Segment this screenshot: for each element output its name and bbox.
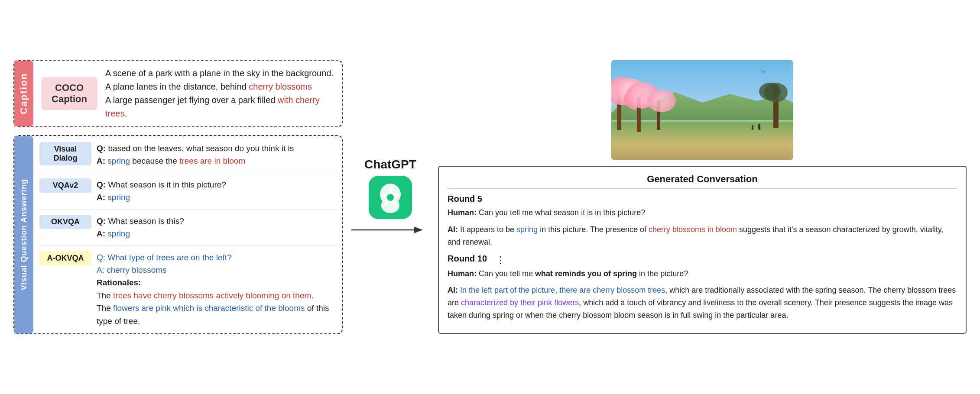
vqa-qa-visual-dialog: Q: based on the leaves, what season do y… xyxy=(97,142,294,168)
image-container: ✈ xyxy=(438,60,967,160)
vqa-side-label: Visual Question Answering xyxy=(14,136,33,333)
vd-q: Q: based on the leaves, what season do y… xyxy=(97,144,294,153)
caption-red2: with cherry trees xyxy=(105,95,320,118)
vqa-badge-okvqa: OKVQA xyxy=(39,215,91,229)
vqa-box: Visual Question Answering VisualDialog Q… xyxy=(13,135,343,334)
caption-box: Caption COCOCaption A scene of a park wi… xyxy=(13,60,343,127)
caption-content: COCOCaption A scene of a park with a pla… xyxy=(33,61,342,126)
vqa-qa-okvqa: Q: What season is this? A: spring xyxy=(97,215,184,240)
caption-text: A scene of a park with a plane in the sk… xyxy=(105,67,334,120)
divider2 xyxy=(39,209,337,210)
caption-line1: A scene of a park with a plane in the sk… xyxy=(105,68,334,78)
aokvqa-a: A: cherry blossoms xyxy=(97,265,167,275)
vd-a: A: spring because the trees are in bloom xyxy=(97,156,245,165)
vqa-row-visual-dialog: VisualDialog Q: based on the leaves, wha… xyxy=(39,142,337,168)
round10-human: Human: Can you tell me what reminds you … xyxy=(448,268,957,280)
caption-line2: A plane lanes in the distance, behind ch… xyxy=(105,82,312,91)
vqa-row-okvqa: OKVQA Q: What season is this? A: spring xyxy=(39,215,337,240)
caption-side-label: Caption xyxy=(14,61,33,126)
ellipsis: ⋮ xyxy=(496,255,507,266)
okvqa-a: A: spring xyxy=(97,229,130,238)
vqav2-q: Q: What season is it in this picture? xyxy=(97,180,226,189)
vqa-content: VisualDialog Q: based on the leaves, wha… xyxy=(33,136,342,333)
round5-human: Human: Can you tell me what season it is… xyxy=(448,207,957,219)
vqa-row-vqav2: VQAv2 Q: What season is it in this pictu… xyxy=(39,178,337,204)
conversation-box: Generated Conversation Round 5 Human: Ca… xyxy=(438,166,967,334)
vqa-row-aokvqa: A-OKVQA Q: What type of trees are on the… xyxy=(39,251,337,328)
svg-point-2 xyxy=(387,194,394,201)
aokvqa-r1: The trees have cherry blossoms actively … xyxy=(97,291,314,300)
flow-arrow-svg xyxy=(351,223,429,236)
vqav2-a: A: spring xyxy=(97,193,130,202)
round5-label: Round 5 xyxy=(448,194,957,204)
vqa-badge-aokvqa: A-OKVQA xyxy=(39,251,91,265)
conversation-title: Generated Conversation xyxy=(448,174,957,189)
round10-header-row: Round 10 ⋮ xyxy=(448,253,957,268)
round10-label: Round 10 xyxy=(448,254,487,264)
chatgpt-label: ChatGPT xyxy=(364,158,416,171)
aokvqa-rationale-label: Rationales: xyxy=(97,278,141,287)
divider1 xyxy=(39,173,337,173)
vqa-badge-visual-dialog: VisualDialog xyxy=(39,142,91,165)
arrow-container: ChatGPT xyxy=(343,158,438,236)
main-container: Caption COCOCaption A scene of a park wi… xyxy=(13,60,967,334)
scene-image: ✈ xyxy=(611,60,793,160)
aokvqa-r2: The flowers are pink which is characteri… xyxy=(97,304,329,325)
okvqa-q: Q: What season is this? xyxy=(97,216,184,226)
aokvqa-q: Q: What type of trees are on the left? xyxy=(97,253,232,262)
caption-line3: A large passenger jet flying over a park… xyxy=(105,95,320,118)
caption-red1: cherry blossoms xyxy=(249,82,312,91)
right-panel: ✈ Generated Conversation Round 5 Human: … xyxy=(438,60,967,334)
vqa-qa-aokvqa: Q: What type of trees are on the left? A… xyxy=(97,251,337,328)
left-panel: Caption COCOCaption A scene of a park wi… xyxy=(13,60,343,334)
divider3 xyxy=(39,245,337,246)
chatgpt-icon xyxy=(369,176,412,219)
round10-ai: AI: In the left part of the picture, the… xyxy=(448,284,957,321)
coco-caption-badge: COCOCaption xyxy=(41,77,97,110)
round5-ai: AI: It appears to be spring in this pict… xyxy=(448,223,957,249)
vqa-qa-vqav2: Q: What season is it in this picture? A:… xyxy=(97,178,226,204)
vqa-badge-vqav2: VQAv2 xyxy=(39,178,91,193)
